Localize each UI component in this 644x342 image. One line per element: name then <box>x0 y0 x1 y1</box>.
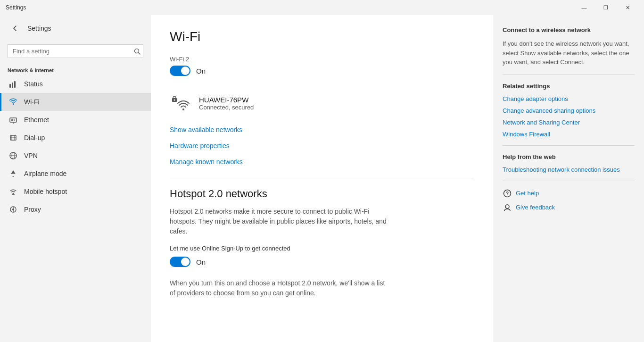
svg-rect-3 <box>12 83 13 88</box>
sidebar-item-airplane[interactable]: Airplane mode <box>0 165 151 183</box>
connected-network-card: HUAWEI-76PW Connected, secured <box>170 87 474 119</box>
svg-text:?: ? <box>506 191 509 196</box>
close-button[interactable]: ✕ <box>617 0 638 15</box>
sidebar-item-airplane-label: Airplane mode <box>24 170 66 177</box>
wifi-adapter-label: Wi-Fi 2 <box>170 56 474 63</box>
ethernet-icon <box>9 116 17 124</box>
hardware-properties-link[interactable]: Hardware properties <box>170 139 230 152</box>
troubleshoot-link[interactable]: Troubleshooting network connection issue… <box>503 166 620 173</box>
windows-firewall-link[interactable]: Windows Firewall <box>503 131 550 138</box>
restore-button[interactable]: ❐ <box>595 0 617 15</box>
sidebar-item-vpn[interactable]: VPN <box>0 147 151 165</box>
sidebar-section-label: Network & Internet <box>0 64 151 75</box>
hotspot-icon <box>9 187 17 196</box>
svg-point-27 <box>174 100 175 101</box>
hotspot-footer-text: When you turn this on and choose a Hotsp… <box>170 278 391 298</box>
section-divider <box>170 178 474 178</box>
svg-point-19 <box>13 193 14 194</box>
give-feedback-icon <box>503 203 512 212</box>
network-status: Connected, secured <box>199 104 254 111</box>
sidebar-item-proxy-label: Proxy <box>24 206 41 213</box>
search-icon <box>134 48 140 55</box>
sidebar-item-ethernet[interactable]: Ethernet <box>0 111 151 129</box>
titlebar: Settings — ❐ ✕ <box>0 0 644 15</box>
wifi-toggle-label: On <box>196 67 206 75</box>
status-icon <box>9 80 17 88</box>
change-adapter-options-link[interactable]: Change adapter options <box>503 95 568 102</box>
search-button[interactable] <box>134 48 140 55</box>
right-panel: Connect to a wireless network If you don… <box>493 15 644 342</box>
wifi-nav-icon <box>9 98 17 106</box>
sidebar-item-status[interactable]: Status <box>0 75 151 93</box>
airplane-icon <box>9 169 17 178</box>
get-help-icon: ? <box>503 189 512 198</box>
proxy-icon <box>9 205 17 214</box>
svg-point-6 <box>13 104 14 105</box>
sidebar-item-hotspot-label: Mobile hotspot <box>24 188 67 195</box>
sidebar-item-proxy[interactable]: Proxy <box>0 200 151 218</box>
sidebar-item-vpn-label: VPN <box>24 152 38 159</box>
svg-point-23 <box>12 209 14 210</box>
sidebar-item-wifi[interactable]: Wi-Fi <box>0 93 151 111</box>
network-name: HUAWEI-76PW <box>199 96 254 104</box>
manage-networks-link[interactable]: Manage known networks <box>170 155 243 168</box>
back-icon <box>12 25 18 31</box>
sidebar-header: Settings <box>0 15 151 42</box>
network-info: HUAWEI-76PW Connected, secured <box>199 96 254 111</box>
hotspot-description: Hotspot 2.0 networks make it more secure… <box>170 207 391 236</box>
get-help-link[interactable]: Get help <box>516 190 539 197</box>
sidebar-item-dialup-label: Dial-up <box>24 134 45 142</box>
svg-point-28 <box>182 108 184 110</box>
app-body: Settings Network & Internet <box>0 15 644 342</box>
svg-rect-4 <box>14 81 16 88</box>
sidebar-app-title: Settings <box>27 25 51 32</box>
vpn-icon <box>9 151 17 160</box>
rp-divider-3 <box>503 181 635 181</box>
hotspot-toggle-label: On <box>196 258 206 266</box>
back-button[interactable] <box>8 21 23 36</box>
svg-rect-5 <box>17 80 17 81</box>
hotspot-toggle-row: On <box>170 257 474 267</box>
hotspot-sub-label: Let me use Online Sign-Up to get connect… <box>170 245 474 252</box>
rp-divider-2 <box>503 145 635 146</box>
sidebar-item-dialup[interactable]: Dial-up <box>0 129 151 147</box>
page-title: Wi-Fi <box>170 29 474 44</box>
related-section-title: Related settings <box>503 83 635 90</box>
dialup-icon <box>9 133 17 142</box>
svg-point-31 <box>505 205 509 209</box>
wifi-toggle-row: On <box>170 66 474 76</box>
svg-rect-7 <box>10 118 17 122</box>
help-section-title: Help from the web <box>503 153 635 160</box>
sidebar-item-status-label: Status <box>24 80 43 88</box>
network-wifi-icon <box>170 92 192 115</box>
hotspot-section-heading: Hotspot 2.0 networks <box>170 188 474 200</box>
rp-divider-1 <box>503 75 635 75</box>
svg-line-1 <box>139 52 140 54</box>
svg-rect-2 <box>9 84 11 88</box>
sidebar-item-wifi-label: Wi-Fi <box>24 98 40 106</box>
give-feedback-row: Give feedback <box>503 203 635 212</box>
app-title: Settings <box>6 4 573 11</box>
sidebar-item-hotspot[interactable]: Mobile hotspot <box>0 183 151 200</box>
change-sharing-options-link[interactable]: Change advanced sharing options <box>503 107 595 114</box>
svg-rect-21 <box>12 194 15 195</box>
minimize-button[interactable]: — <box>573 0 595 15</box>
window-controls: — ❐ ✕ <box>573 0 638 15</box>
connect-description: If you don't see the wireless network yo… <box>503 39 635 67</box>
show-networks-link[interactable]: Show available networks <box>170 123 242 136</box>
wifi-toggle[interactable] <box>170 66 190 76</box>
sidebar-item-ethernet-label: Ethernet <box>24 116 49 124</box>
main-content: Wi-Fi Wi-Fi 2 On <box>151 15 493 342</box>
search-input[interactable] <box>8 44 143 58</box>
search-box <box>8 44 143 58</box>
give-feedback-link[interactable]: Give feedback <box>516 204 555 211</box>
sidebar: Settings Network & Internet <box>0 15 151 342</box>
connect-section-title: Connect to a wireless network <box>503 26 635 33</box>
network-sharing-center-link[interactable]: Network and Sharing Center <box>503 119 580 126</box>
get-help-row: ? Get help <box>503 189 635 198</box>
hotspot-toggle[interactable] <box>170 257 190 267</box>
